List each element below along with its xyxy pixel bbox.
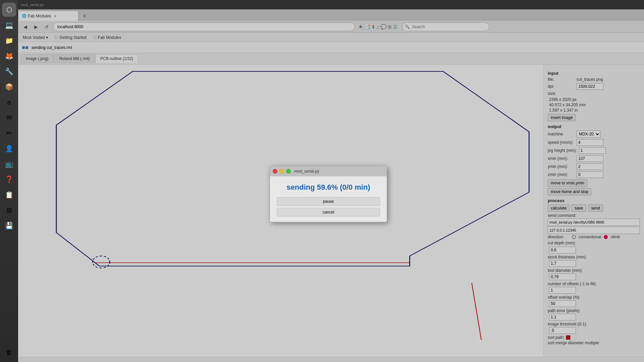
modal-body: sending 59.6% (0/0 min) pause cancel	[270, 176, 387, 222]
taskbar-icon-user[interactable]: 👤	[2, 141, 16, 156]
taskbar-icon-package[interactable]: 📦	[2, 80, 16, 94]
modal-titlebar: mod_serial.py	[270, 166, 387, 176]
taskbar-icon-clipboard[interactable]: 📋	[2, 188, 16, 202]
pause-button[interactable]: pause	[277, 197, 380, 206]
taskbar-icon-mail[interactable]: ✉	[2, 111, 16, 125]
taskbar-icon-home[interactable]: ⬡	[2, 3, 16, 17]
taskbar-icon-amazon[interactable]: a	[2, 95, 16, 109]
modal-progress-text: sending 59.6% (0/0 min)	[277, 183, 380, 192]
taskbar-icon-folder[interactable]: 📁	[2, 34, 16, 48]
taskbar-icon-settings[interactable]: 🔧	[2, 64, 16, 78]
cancel-button[interactable]: cancel	[277, 208, 380, 217]
taskbar-icon-edit[interactable]: ✏	[2, 126, 16, 140]
modal-buttons: pause cancel	[277, 197, 380, 217]
taskbar-icon-files[interactable]: 💻	[2, 18, 16, 32]
modal-overlay: mod_serial.py sending 59.6% (0/0 min) pa…	[18, 0, 644, 362]
taskbar: ⬡ 💻 📁 🦊 🔧 📦 a ✉ ✏ 👤 📺 ❓ 📋 ⊞ 💾 🗑	[0, 0, 18, 362]
modal-close-button[interactable]	[273, 169, 277, 174]
taskbar-icon-drive[interactable]: 💾	[2, 219, 16, 233]
taskbar-icon-apps[interactable]: ⊞	[2, 203, 16, 217]
modal-title: mod_serial.py	[294, 169, 319, 174]
taskbar-icon-tv[interactable]: 📺	[2, 157, 16, 171]
modal-minimize-button[interactable]	[279, 169, 284, 174]
browser-window: mod_serial.py 🌐 Fab Modules × + ◀ ▶ ↺ ★ …	[18, 0, 644, 362]
modal-maximize-button[interactable]	[286, 169, 291, 174]
taskbar-icon-trash[interactable]: 🗑	[2, 345, 16, 359]
taskbar-icon-firefox[interactable]: 🦊	[2, 49, 16, 63]
taskbar-icon-help[interactable]: ❓	[2, 172, 16, 186]
modal-dialog: mod_serial.py sending 59.6% (0/0 min) pa…	[270, 166, 387, 222]
